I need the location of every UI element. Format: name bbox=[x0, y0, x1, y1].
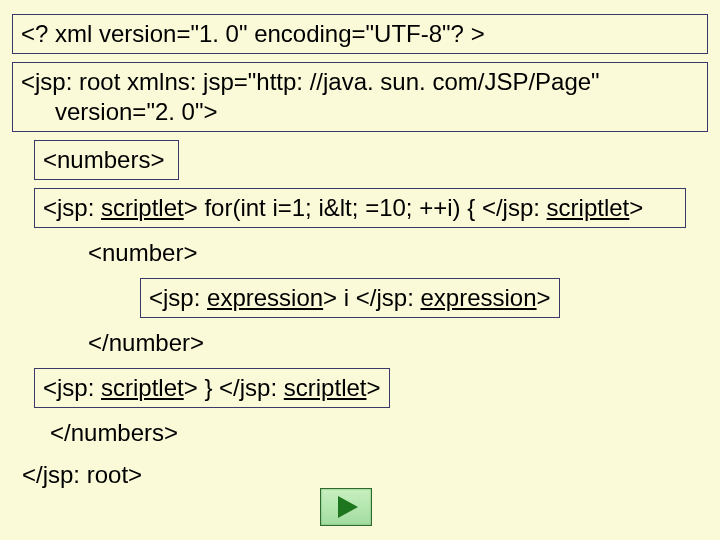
row-number-close: </number> bbox=[88, 326, 708, 360]
play-button[interactable] bbox=[320, 488, 372, 526]
jsp-root-close-text: </jsp: root> bbox=[22, 461, 142, 488]
slide: <? xml version="1. 0" encoding="UTF-8"? … bbox=[0, 0, 720, 540]
number-open-text: <number> bbox=[88, 239, 197, 266]
row-jsp-root-open: <jsp: root xmlns: jsp="http: //java. sun… bbox=[12, 62, 708, 132]
expression-open-tag: <jsp: expression> bbox=[149, 284, 337, 311]
box-scriptlet-close: <jsp: scriptlet> } </jsp: scriptlet> bbox=[34, 368, 390, 408]
expression-close-tag: </jsp: expression> bbox=[356, 284, 551, 311]
scriptlet-open-code: for(int i=1; i&lt; =10; ++i) { bbox=[198, 194, 482, 221]
xml-declaration-text: <? xml version="1. 0" encoding="UTF-8"? … bbox=[21, 20, 485, 47]
jsp-root-open-line2: version="2. 0"> bbox=[21, 97, 217, 127]
row-scriptlet-close: <jsp: scriptlet> } </jsp: scriptlet> bbox=[34, 368, 708, 408]
row-number-open: <number> bbox=[88, 236, 708, 270]
box-jsp-root-open: <jsp: root xmlns: jsp="http: //java. sun… bbox=[12, 62, 708, 132]
row-expression: <jsp: expression> i </jsp: expression> bbox=[140, 278, 708, 318]
scriptlet-close-opentag: <jsp: scriptlet> bbox=[43, 374, 198, 401]
scriptlet-open-tag: <jsp: scriptlet> bbox=[43, 194, 198, 221]
row-jsp-root-close: </jsp: root> bbox=[22, 458, 708, 492]
row-numbers-close: </numbers> bbox=[50, 416, 708, 450]
row-numbers-open: <numbers> bbox=[34, 140, 708, 180]
scriptlet-close-closetag: </jsp: scriptlet> bbox=[219, 374, 380, 401]
scriptlet-open-closetag: </jsp: scriptlet> bbox=[482, 194, 643, 221]
box-xml-decl: <? xml version="1. 0" encoding="UTF-8"? … bbox=[12, 14, 708, 54]
expression-content: i bbox=[337, 284, 356, 311]
row-scriptlet-open: <jsp: scriptlet> for(int i=1; i&lt; =10;… bbox=[34, 188, 708, 228]
box-scriptlet-open: <jsp: scriptlet> for(int i=1; i&lt; =10;… bbox=[34, 188, 686, 228]
row-xml-decl: <? xml version="1. 0" encoding="UTF-8"? … bbox=[12, 14, 708, 54]
numbers-open-text: <numbers> bbox=[43, 146, 164, 173]
number-close-text: </number> bbox=[88, 329, 204, 356]
play-icon bbox=[338, 496, 358, 518]
jsp-root-open-line1: <jsp: root xmlns: jsp="http: //java. sun… bbox=[21, 68, 600, 95]
numbers-close-text: </numbers> bbox=[50, 419, 178, 446]
scriptlet-close-code: } bbox=[198, 374, 219, 401]
box-expression: <jsp: expression> i </jsp: expression> bbox=[140, 278, 560, 318]
box-numbers-open: <numbers> bbox=[34, 140, 179, 180]
